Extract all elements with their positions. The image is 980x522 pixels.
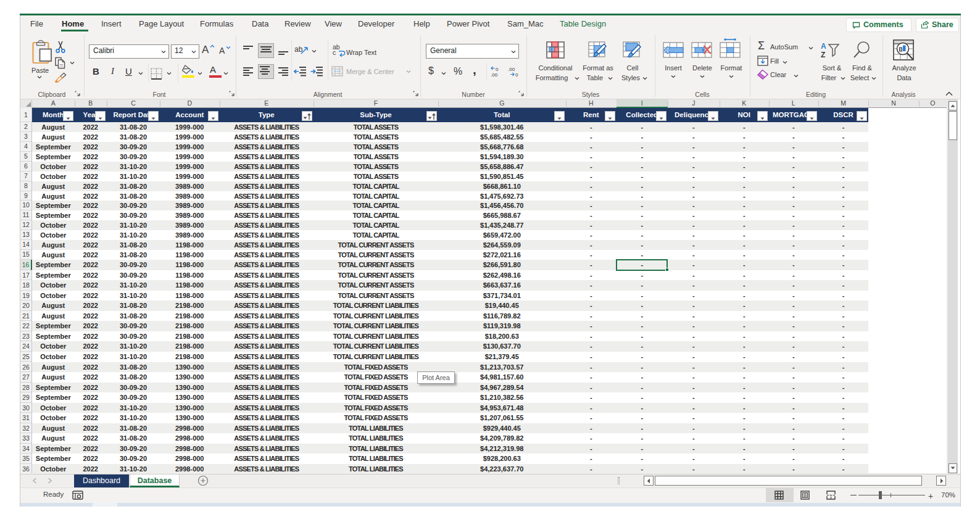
svg-text:.00: .00 — [508, 67, 515, 72]
svg-text:0: 0 — [515, 72, 518, 77]
svg-text:Z: Z — [821, 51, 825, 59]
svg-text:A: A — [821, 42, 826, 51]
svg-text:0: 0 — [496, 67, 499, 72]
svg-text:.00: .00 — [491, 72, 498, 77]
